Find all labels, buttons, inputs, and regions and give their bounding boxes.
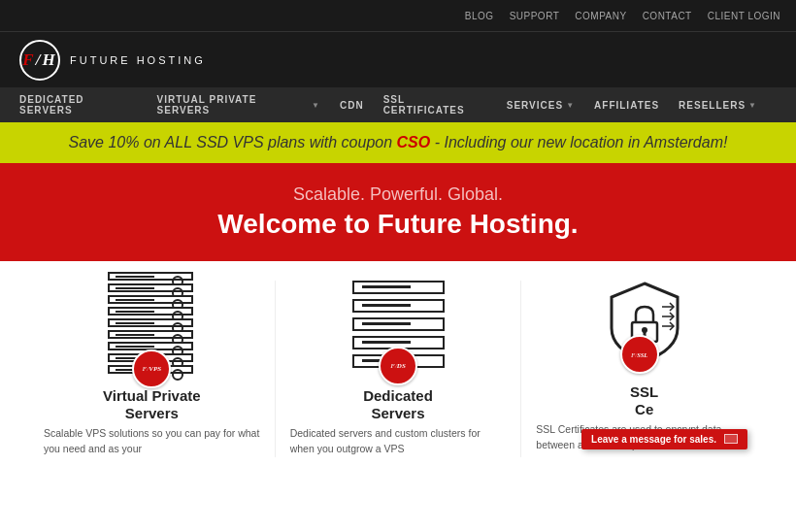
vps-dropdown-arrow: ▼ bbox=[312, 101, 320, 110]
leave-message-banner[interactable]: Leave a message for sales. bbox=[581, 429, 747, 449]
card-vps-title: Virtual PrivateServers bbox=[44, 387, 260, 422]
ssl-badge: F/SSL bbox=[620, 335, 659, 374]
support-link[interactable]: SUPPORT bbox=[510, 11, 560, 21]
client-login-link[interactable]: CLIENT LOGIN bbox=[708, 11, 780, 21]
logo-name-text: FUTURE HOSTING bbox=[70, 54, 206, 66]
nav-vps[interactable]: VIRTUAL PRIVATE SERVERS ▼ bbox=[157, 94, 320, 116]
card-dedicated: F/DS DedicatedServers Dedicated servers … bbox=[276, 281, 522, 457]
nav-dedicated-servers[interactable]: DEDICATED SERVERS bbox=[19, 94, 138, 116]
promo-text-before: Save 10% on ALL SSD VPS plans with coupo… bbox=[69, 134, 397, 150]
dedicated-badge: F/DS bbox=[379, 347, 417, 385]
logo[interactable]: F/H FUTURE HOSTING bbox=[19, 40, 206, 81]
nav-services[interactable]: SERVICES ▼ bbox=[507, 100, 575, 111]
company-link[interactable]: COMPANY bbox=[575, 11, 626, 21]
vps-badge: F/VPS bbox=[132, 349, 171, 388]
card-ssl-title: SSLCe bbox=[536, 383, 752, 418]
logo-fh-text: F/H bbox=[22, 50, 56, 70]
card-dedicated-desc: Dedicated servers and custom clusters fo… bbox=[290, 426, 507, 457]
nav-cdn[interactable]: CDN bbox=[340, 100, 364, 111]
card-dedicated-title: DedicatedServers bbox=[290, 387, 507, 422]
dedicated-icon: F/DS bbox=[290, 281, 507, 368]
promo-text-after: - Including our new location in Amsterda… bbox=[430, 134, 727, 150]
blog-link[interactable]: BLOG bbox=[465, 11, 494, 21]
feature-cards: F/VPS Virtual PrivateServers Scalable VP… bbox=[0, 261, 796, 457]
nav-ssl[interactable]: SSL CERTIFICATES bbox=[383, 94, 487, 116]
top-bar: BLOG SUPPORT COMPANY CONTACT CLIENT LOGI… bbox=[0, 0, 796, 31]
card-ssl: F/SSL SSLCe SSL Certificates are used to… bbox=[521, 281, 767, 457]
services-dropdown-arrow: ▼ bbox=[566, 101, 575, 110]
leave-message-text: Leave a message for sales. bbox=[591, 434, 716, 445]
card-vps: F/VPS Virtual PrivateServers Scalable VP… bbox=[29, 281, 276, 457]
hero-title: Welcome to Future Hosting. bbox=[19, 209, 777, 240]
promo-banner: Save 10% on ALL SSD VPS plans with coupo… bbox=[0, 122, 796, 163]
leave-message-icon bbox=[724, 434, 738, 444]
main-nav: DEDICATED SERVERS VIRTUAL PRIVATE SERVER… bbox=[0, 87, 796, 122]
nav-resellers[interactable]: RESELLERS ▼ bbox=[679, 100, 757, 111]
vps-icon: F/VPS bbox=[44, 281, 260, 368]
resellers-dropdown-arrow: ▼ bbox=[748, 101, 757, 110]
header: F/H FUTURE HOSTING bbox=[0, 31, 796, 87]
hero-subtitle: Scalable. Powerful. Global. bbox=[19, 184, 777, 205]
hero-section: Scalable. Powerful. Global. Welcome to F… bbox=[0, 163, 796, 261]
nav-affiliates[interactable]: AFFILIATES bbox=[594, 100, 659, 111]
contact-link[interactable]: CONTACT bbox=[643, 11, 692, 21]
logo-icon: F/H bbox=[19, 40, 60, 81]
card-vps-desc: Scalable VPS solutions so you can pay fo… bbox=[44, 426, 260, 457]
promo-coupon: CSO bbox=[397, 134, 431, 150]
ssl-icon: F/SSL bbox=[536, 281, 752, 368]
